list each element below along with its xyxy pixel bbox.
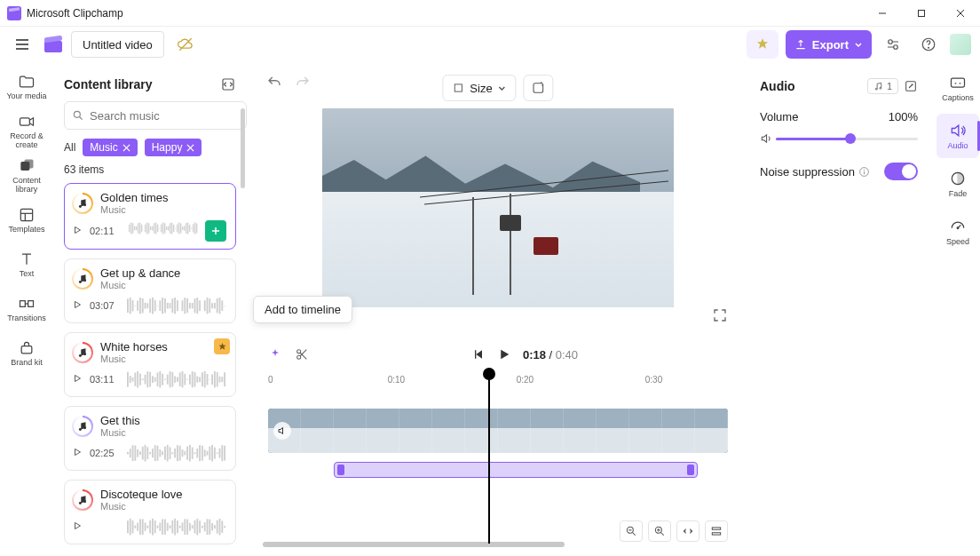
svg-rect-214 (145, 523, 146, 531)
svg-point-79 (79, 281, 82, 283)
svg-line-263 (661, 533, 664, 536)
play-preview-icon[interactable] (72, 299, 83, 313)
video-track[interactable] (268, 409, 728, 453)
zoom-in-button[interactable] (648, 520, 671, 542)
chip-all[interactable]: All (64, 141, 75, 154)
time-current: 0:18 (523, 348, 546, 361)
rrail-speed[interactable]: Speed (937, 210, 979, 254)
svg-rect-233 (192, 525, 194, 528)
avatar[interactable] (950, 34, 971, 55)
collapse-tracks-button[interactable] (705, 520, 728, 542)
ai-tools-button[interactable] (524, 75, 554, 101)
svg-rect-82 (130, 298, 131, 314)
redo-icon[interactable] (295, 75, 311, 91)
svg-rect-204 (224, 446, 225, 461)
skip-back-icon[interactable] (471, 347, 486, 361)
clapperboard-icon (43, 34, 64, 55)
zoom-out-button[interactable] (620, 520, 643, 542)
play-preview-icon[interactable] (72, 447, 83, 460)
audio-track[interactable] (268, 462, 728, 478)
rail-text[interactable]: Text (1, 243, 52, 286)
project-title-input[interactable]: Untitled video (71, 31, 164, 58)
fullscreen-icon[interactable] (712, 307, 728, 323)
music-subtitle: Music (100, 280, 180, 290)
svg-rect-153 (202, 372, 203, 386)
fit-button[interactable] (676, 520, 699, 542)
rrail-captions[interactable]: Captions (937, 66, 979, 110)
ruler-tick: 0:20 (517, 375, 533, 385)
noise-toggle[interactable] (884, 163, 918, 180)
svg-rect-123 (127, 372, 129, 387)
window-minimize[interactable] (863, 0, 902, 27)
chip-happy[interactable]: Happy (145, 139, 202, 156)
help-icon[interactable] (914, 30, 943, 59)
rrail-fade[interactable]: Fade (937, 162, 979, 206)
scissors-icon[interactable] (295, 347, 309, 361)
svg-rect-225 (171, 520, 173, 534)
svg-rect-110 (199, 300, 201, 311)
svg-rect-58 (164, 223, 165, 233)
music-card[interactable]: Discoteque loveMusic (64, 480, 236, 544)
play-preview-icon[interactable] (72, 520, 83, 534)
video-preview[interactable] (322, 108, 674, 307)
audio-clip[interactable] (334, 462, 698, 478)
menu-button[interactable] (9, 31, 36, 58)
play-preview-icon[interactable] (72, 225, 83, 238)
svg-rect-178 (159, 449, 161, 457)
rail-templates[interactable]: Templates (1, 199, 52, 242)
chip-music[interactable]: Music (83, 139, 137, 156)
expand-icon[interactable] (220, 76, 236, 92)
settings-icon[interactable] (879, 30, 907, 59)
timeline-scrollbar[interactable] (263, 542, 565, 547)
rail-content-library[interactable]: Content library (1, 155, 52, 197)
cloud-sync-icon[interactable] (171, 30, 200, 59)
svg-rect-112 (204, 300, 206, 311)
svg-rect-69 (184, 226, 185, 230)
svg-rect-108 (194, 298, 196, 313)
timeline-ruler[interactable]: 00:100:200:30 (268, 375, 728, 391)
export-button[interactable]: Export (786, 30, 872, 59)
size-button[interactable]: Size (442, 75, 516, 101)
volume-slider[interactable] (760, 131, 918, 147)
play-icon[interactable] (496, 346, 512, 362)
svg-rect-66 (178, 222, 179, 234)
window-maximize[interactable] (902, 0, 941, 27)
search-input-wrapper[interactable] (64, 101, 247, 130)
svg-rect-47 (145, 225, 146, 233)
svg-rect-192 (194, 452, 196, 454)
music-card[interactable]: Get up & danceMusic 03:07 (64, 258, 236, 323)
detach-icon[interactable] (904, 79, 918, 93)
svg-rect-218 (154, 520, 156, 533)
sparkle-icon[interactable] (268, 347, 282, 361)
export-label: Export (812, 38, 849, 52)
svg-rect-114 (209, 298, 210, 313)
svg-rect-39 (130, 222, 131, 234)
play-preview-icon[interactable] (72, 373, 83, 386)
add-to-timeline-button[interactable] (205, 220, 226, 242)
undo-icon[interactable] (266, 75, 282, 91)
svg-rect-183 (171, 452, 173, 454)
svg-rect-232 (189, 523, 191, 531)
rail-your-media[interactable]: Your media (1, 66, 52, 108)
svg-point-273 (864, 170, 865, 171)
library-title: Content library (64, 77, 153, 91)
svg-rect-88 (145, 303, 146, 309)
svg-rect-207 (127, 520, 129, 533)
info-icon[interactable] (858, 166, 870, 178)
svg-rect-245 (221, 520, 223, 533)
playhead[interactable] (488, 373, 490, 544)
track-mute-icon[interactable] (273, 422, 291, 440)
rail-brand-kit[interactable]: Brand kit (1, 332, 52, 375)
search-input[interactable] (90, 109, 239, 123)
music-card[interactable]: Golden timesMusic 02:11 (64, 183, 236, 250)
premium-button[interactable] (747, 30, 778, 59)
svg-rect-223 (167, 523, 169, 531)
window-close[interactable] (941, 0, 980, 27)
svg-rect-50 (150, 226, 151, 230)
music-card[interactable]: Get thisMusic 02:25 (64, 406, 236, 471)
rrail-audio[interactable]: Audio (937, 114, 979, 158)
svg-rect-119 (221, 300, 223, 311)
rail-record-create[interactable]: Record & create (1, 110, 52, 153)
rail-transitions[interactable]: Transitions (1, 288, 52, 330)
music-card[interactable]: White horsesMusic 03:11 (64, 332, 236, 397)
